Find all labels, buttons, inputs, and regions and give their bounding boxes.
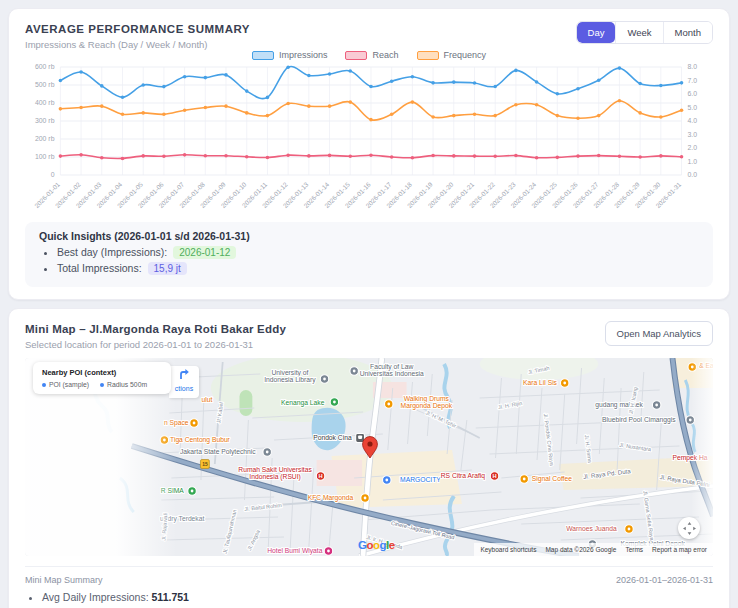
nearby-poi-legend: Nearby POI (context) POI (sample) Radius… [33,362,171,394]
chart-legend: ImpressionsReachFrequency [25,50,713,60]
legend-item-frequency[interactable]: Frequency [417,50,487,60]
mini-map-card: Mini Map – Jl.Margonda Raya Roti Bakar E… [8,308,730,608]
map-poi-label[interactable]: MARGOCITY [400,476,441,483]
y-axis-left-label: 0 [51,171,55,178]
map-poi-label[interactable]: RS Citra Arafiq [441,472,486,480]
legend-swatch [252,51,274,60]
legend-swatch [417,51,439,60]
map-poi-label[interactable]: R SIMA [161,487,185,494]
map-poi-label[interactable]: Kenanga Lake [281,399,325,407]
mini-map-summary: Mini Map Summary 2026-01-01–2026-01-31 A… [25,566,713,608]
map-poi-label[interactable]: KFC Margonda [308,494,354,502]
directions-button[interactable]: ctions [169,366,199,398]
y-axis-right-label: 1.0 [687,158,697,165]
google-logo: Google [358,539,395,551]
map-poi-label[interactable]: n Space [164,419,189,427]
map-subtitle: Selected location for period 2026-01-01 … [25,339,286,350]
map-poi-label[interactable]: Walking DrumsMargonda Depok [401,395,453,410]
terms-link[interactable]: Terms [625,546,643,553]
summary-avg-impressions: Avg Daily Impressions: 511.751 [42,591,713,603]
map-poi-label[interactable]: Pondok Cina [313,434,352,441]
y-axis-right-label: 0.0 [687,171,697,178]
range-week-button[interactable]: Week [615,22,662,43]
y-axis-left-label: 500 rb [35,81,55,88]
map-poi-label[interactable]: Pempek Ha [672,454,707,462]
legend-item-reach[interactable]: Reach [345,50,398,60]
y-axis-left-label: 100 rb [35,153,55,160]
map-title: Mini Map – Jl.Margonda Raya Roti Bakar E… [25,323,286,335]
range-month-button[interactable]: Month [663,22,712,43]
directions-label-fragment: ctions [169,385,199,392]
map-poi-label[interactable]: & Eater [699,362,713,369]
performance-card: AVERAGE PERFORMANCE SUMMARY Impressions … [8,8,730,300]
y-axis-left-label: 400 rb [35,99,55,106]
y-axis-right-label: 7.0 [687,77,697,84]
y-axis-right-label: 3.0 [687,131,697,138]
poi-dot-icon [42,383,46,387]
y-axis-right-label: 8.0 [687,63,697,70]
y-axis-right-label: 6.0 [687,90,697,97]
map-attribution: Keyboard shortcuts Map data ©2026 Google… [474,543,713,556]
report-error-link[interactable]: Report a map error [652,546,707,553]
svg-text:H: H [492,473,496,479]
total-impressions-badge: 15,9 jt [148,262,187,275]
best-day-badge: 2026-01-12 [173,246,236,259]
keyboard-shortcuts-link[interactable]: Keyboard shortcuts [480,546,536,553]
map-poi-label[interactable]: gudang malatek [595,401,643,409]
map-poi-label[interactable]: Warnoes Juanda [566,525,617,532]
range-day-button[interactable]: Day [577,22,616,43]
pan-control[interactable] [678,517,700,539]
y-axis-right-label: 2.0 [687,144,697,151]
performance-chart[interactable]: 600 rb500 rb400 rb300 rb200 rb100 rb08.0… [25,61,713,219]
map-data-label: Map data ©2026 Google [545,546,616,553]
page-subtitle: Impressions & Reach (Day / Week / Month) [25,39,250,50]
radius-legend: Radius 500m [100,381,147,388]
map-poi-label[interactable]: ulut [201,396,212,403]
y-axis-right-label: 5.0 [687,104,697,111]
map-poi-label[interactable]: Tiga Centong Bubur [170,436,231,444]
map-poi-label[interactable]: Jakarta State Polytechnic [180,448,256,456]
map-poi-label[interactable]: Signal Coffee [532,475,572,483]
svg-text:H: H [318,473,322,479]
directions-arrow-icon [178,367,191,380]
map-poi-label[interactable]: Hotel Bumi Wiyata [267,547,322,555]
quick-insights-panel: Quick Insights (2026-01-01 s/d 2026-01-3… [25,222,713,287]
open-map-analytics-button[interactable]: Open Map Analytics [605,321,714,346]
quick-insights-title: Quick Insights (2026-01-01 s/d 2026-01-3… [39,230,699,242]
map-poi-label[interactable]: Kara Lil Sis [523,379,558,386]
y-axis-left-label: 300 rb [35,117,55,124]
map-poi-label[interactable]: Bluebird Pool Cimanggis [602,416,676,424]
range-toggle-group: Day Week Month [576,21,713,44]
page-title: AVERAGE PERFORMANCE SUMMARY [25,23,250,35]
summary-title: Mini Map Summary [25,575,103,585]
y-axis-left-label: 600 rb [35,63,55,70]
legend-item-impressions[interactable]: Impressions [252,50,328,60]
map-canvas[interactable]: University ofIndonesia LibraryFaculty of… [25,358,713,556]
y-axis-right-label: 4.0 [687,117,697,124]
svg-text:15: 15 [202,462,208,467]
pan-arrows-icon [683,522,696,535]
insight-best-day: Best day (Impressions): 2026-01-12 [57,246,699,258]
y-axis-left-label: 200 rb [35,135,55,142]
poi-sample-legend: POI (sample) [42,381,89,388]
radius-dot-icon [100,383,104,387]
insight-total-impressions: Total Impressions: 15,9 jt [57,262,699,274]
summary-date-range: 2026-01-01–2026-01-31 [616,575,713,585]
legend-swatch [345,51,367,60]
nearby-poi-title: Nearby POI (context) [42,368,162,377]
